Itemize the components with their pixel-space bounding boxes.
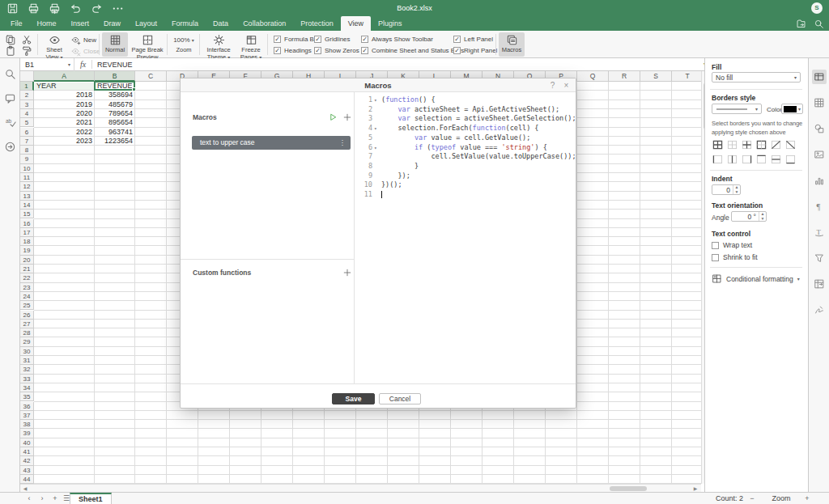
insert-function-button[interactable]: fx	[74, 60, 92, 69]
comments-sidebar-icon[interactable]	[4, 92, 16, 104]
add-custom-function-icon[interactable]	[342, 268, 352, 277]
table-settings-icon[interactable]	[812, 95, 827, 110]
row-header-32[interactable]: 32	[20, 365, 34, 374]
column-header-R[interactable]: R	[609, 71, 640, 82]
row-header-36[interactable]: 36	[20, 402, 34, 411]
row-header-22[interactable]: 22	[20, 273, 34, 282]
select-all-corner[interactable]	[20, 71, 34, 82]
row-header-20[interactable]: 20	[20, 256, 34, 265]
row-header-43[interactable]: 43	[20, 466, 34, 475]
format-painter-icon[interactable]	[21, 45, 32, 57]
row-header-11[interactable]: 11	[20, 173, 34, 182]
angle-spinner-arrows[interactable]: ▲▼	[759, 212, 766, 221]
cell-A4[interactable]: 2020	[34, 109, 95, 118]
search-sidebar-icon[interactable]	[4, 68, 16, 80]
border-bottom-button[interactable]	[784, 154, 797, 165]
scroll-right-icon[interactable]: ▶	[692, 485, 699, 491]
row-header-24[interactable]: 24	[20, 292, 34, 301]
border-outside-button[interactable]	[755, 139, 767, 150]
fill-select[interactable]: No fill▾	[712, 72, 801, 83]
code-fold-icon[interactable]: ▾	[374, 95, 380, 105]
row-header-38[interactable]: 38	[20, 420, 34, 429]
border-color-swatch[interactable]: ▾	[781, 104, 803, 114]
indent-spinner[interactable]: 0 ▲▼	[712, 184, 741, 195]
interface-theme-button[interactable]: Interface Theme ▾	[202, 32, 235, 57]
view-checkbox-always-show-toolbar[interactable]: ✓Always Show Toolbar	[361, 35, 464, 43]
row-header-44[interactable]: 44	[20, 475, 34, 484]
border-diag-down-button[interactable]	[784, 139, 797, 150]
shrink-to-fit-checkbox[interactable]: Shrink to fit	[712, 253, 758, 261]
dialog-close-icon[interactable]: ×	[561, 80, 572, 91]
paste-icon[interactable]	[5, 45, 16, 57]
horizontal-scroll-thumb[interactable]	[610, 486, 647, 491]
sheet-tab-active[interactable]: Sheet1	[70, 493, 112, 504]
row-header-12[interactable]: 12	[20, 182, 34, 191]
zoom-status-button[interactable]: Zoom 100%	[763, 493, 800, 504]
row-header-33[interactable]: 33	[20, 375, 34, 383]
chart-settings-icon[interactable]	[812, 173, 827, 188]
dialog-help-button[interactable]: ?	[547, 80, 558, 91]
conditional-formatting-button[interactable]: Conditional formatting ▾	[712, 273, 800, 284]
column-header-Q[interactable]: Q	[577, 71, 609, 82]
view-checkbox-formula-bar[interactable]: ✓Formula Bar	[274, 35, 320, 43]
row-header-34[interactable]: 34	[20, 383, 34, 392]
signature-settings-icon[interactable]	[812, 303, 827, 317]
sheet-view-new-button[interactable]: New	[71, 35, 96, 45]
horizontal-scrollbar[interactable]: ◀ ▶	[20, 484, 701, 492]
pivot-settings-icon[interactable]	[812, 277, 827, 291]
row-header-14[interactable]: 14	[20, 201, 34, 210]
row-header-31[interactable]: 31	[20, 356, 34, 365]
add-macro-icon[interactable]	[342, 112, 352, 122]
macros-button[interactable]: Macros	[499, 32, 525, 57]
menu-tab-collaboration[interactable]: Collaboration	[236, 16, 293, 31]
row-header-2[interactable]: 2	[20, 91, 34, 100]
search-header-icon[interactable]	[814, 19, 824, 29]
cut-icon[interactable]	[21, 34, 32, 45]
open-file-location-icon[interactable]	[796, 19, 806, 29]
cell-B3[interactable]: 485679	[95, 100, 135, 109]
menu-tab-view[interactable]: View	[341, 16, 371, 31]
row-header-16[interactable]: 16	[20, 219, 34, 228]
row-header-10[interactable]: 10	[20, 164, 34, 173]
row-header-15[interactable]: 15	[20, 210, 34, 218]
run-macro-icon[interactable]	[328, 112, 338, 122]
zoom-value-dropdown[interactable]: 100% ▾	[170, 35, 198, 44]
row-header-40[interactable]: 40	[20, 438, 34, 447]
row-header-9[interactable]: 9	[20, 155, 34, 163]
zoom-out-button[interactable]: −	[748, 493, 756, 504]
row-header-28[interactable]: 28	[20, 328, 34, 337]
slicer-settings-icon[interactable]	[812, 251, 827, 265]
code-fold-icon[interactable]: ▾	[374, 124, 380, 133]
row-header-6[interactable]: 6	[20, 128, 34, 137]
cell-B7[interactable]: 1223654	[95, 137, 135, 146]
macro-item-menu-icon[interactable]: ⋮	[339, 136, 346, 150]
textart-settings-icon[interactable]: T	[812, 225, 827, 239]
scroll-left-icon[interactable]: ◀	[22, 485, 28, 491]
spellcheck-sidebar-icon[interactable]: ab	[4, 116, 16, 129]
wrap-text-checkbox[interactable]: Wrap text	[712, 241, 752, 249]
border-left-button[interactable]	[712, 154, 724, 165]
border-all-button[interactable]	[712, 139, 724, 150]
cell-A5[interactable]: 2021	[34, 118, 95, 127]
border-inside-horiz-button[interactable]	[770, 154, 782, 165]
row-header-3[interactable]: 3	[20, 100, 34, 109]
cell-B6[interactable]: 963741	[95, 128, 135, 137]
menu-tab-draw[interactable]: Draw	[96, 16, 128, 31]
view-checkbox-show-zeros[interactable]: ✓Show Zeros	[314, 46, 359, 54]
cell-A3[interactable]: 2019	[34, 100, 95, 109]
cancel-button[interactable]: Cancel	[379, 393, 421, 404]
indent-spinner-arrows[interactable]: ▲▼	[733, 185, 740, 194]
cell-B2[interactable]: 358694	[95, 91, 135, 100]
border-none-button[interactable]	[726, 139, 738, 150]
menu-tab-file[interactable]: File	[3, 16, 30, 31]
border-inside-button[interactable]	[741, 139, 753, 150]
zoom-in-button[interactable]: +	[803, 493, 811, 504]
sheet-view-button[interactable]: Sheet View ▾	[40, 32, 68, 57]
row-header-21[interactable]: 21	[20, 265, 34, 273]
border-style-select[interactable]: ▾	[712, 104, 762, 114]
row-header-37[interactable]: 37	[20, 411, 34, 420]
view-checkbox-headings[interactable]: ✓Headings	[274, 46, 320, 54]
row-header-19[interactable]: 19	[20, 246, 34, 255]
angle-spinner[interactable]: 0 ° ▲▼	[731, 211, 767, 222]
row-header-4[interactable]: 4	[20, 109, 34, 118]
